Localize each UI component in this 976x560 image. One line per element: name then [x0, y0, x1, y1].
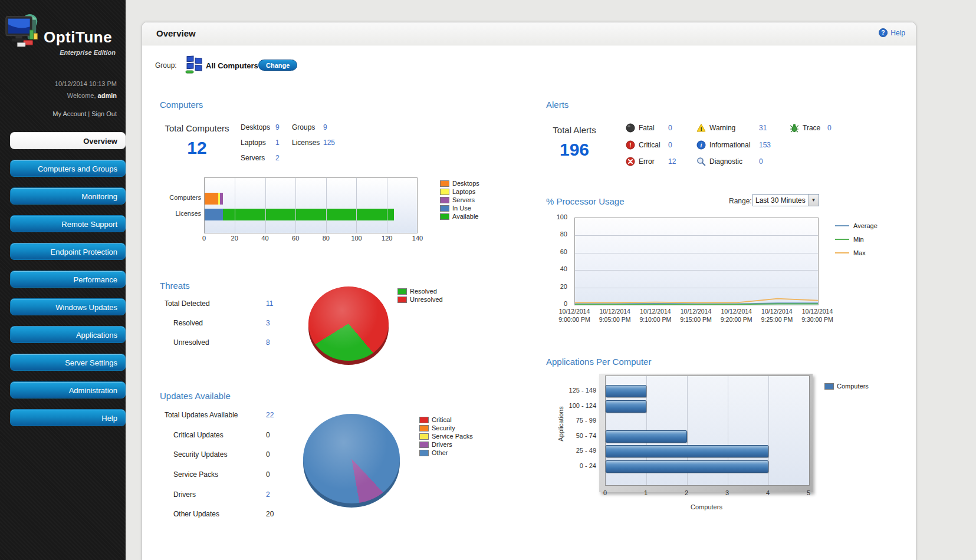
sidebar-item-server-settings[interactable]: Server Settings — [10, 354, 126, 371]
main-content-card: Overview ? Help Group: All Computers Cha… — [142, 22, 916, 560]
updates-total-value[interactable]: 22 — [266, 411, 274, 419]
error-icon — [626, 157, 635, 166]
computers-bar — [205, 193, 223, 205]
sidebar-item-remote-support[interactable]: Remote Support — [10, 215, 126, 232]
alert-error-value[interactable]: 12 — [668, 157, 676, 166]
legend-item: Drivers — [419, 440, 473, 449]
y-tick-label: 20 — [560, 283, 567, 290]
alert-informational-label: Informational — [709, 141, 750, 149]
group-icon — [185, 55, 203, 74]
stat-licenses-value[interactable]: 125 — [323, 139, 335, 147]
alert-informational-value[interactable]: 153 — [759, 141, 771, 149]
my-account-link[interactable]: My Account — [52, 110, 86, 117]
bar-50-74 — [606, 430, 687, 443]
nav-label: Monitoring — [11, 188, 125, 205]
optitune-logo-icon — [5, 13, 41, 48]
sidebar: OptiTune Enterprise Edition 10/12/2014 1… — [0, 0, 126, 560]
sidebar-item-endpoint-protection[interactable]: Endpoint Protection — [10, 243, 126, 260]
welcome-text: Welcome, admin — [0, 92, 117, 99]
page-header: Overview ? Help — [142, 22, 916, 45]
alerts-heading: Alerts — [546, 100, 568, 110]
help-link[interactable]: ? Help — [879, 28, 905, 37]
legend-item: Security — [419, 424, 473, 432]
sidebar-item-performance[interactable]: Performance — [10, 271, 126, 288]
page-title: Overview — [156, 28, 196, 38]
updates-legend: CriticalSecurityService PacksDriversOthe… — [419, 416, 473, 457]
updates-critical-value: 0 — [266, 431, 270, 439]
updates-total-label: Total Updates Available — [165, 411, 238, 419]
legend-item: Desktops — [440, 179, 479, 187]
threats-unresolved-value[interactable]: 8 — [266, 338, 270, 347]
threats-resolved-label: Resolved — [173, 319, 203, 327]
legend-label: Desktops — [452, 180, 479, 187]
processor-chart-yticks: 020406080100 — [552, 218, 571, 304]
x-tick-label: 4 — [759, 489, 777, 496]
bar-segment-servers — [220, 193, 223, 205]
alert-diagnostic-label: Diagnostic — [709, 157, 742, 166]
bar-0-24 — [606, 460, 768, 473]
updates-drivers-value[interactable]: 2 — [266, 490, 270, 499]
alert-diagnostic-value[interactable]: 0 — [759, 157, 763, 166]
sign-out-link[interactable]: Sign Out — [91, 110, 117, 117]
sidebar-item-administration[interactable]: Administration — [10, 381, 126, 398]
svg-text:i: i — [701, 142, 702, 149]
range-select[interactable]: Last 30 Minutes ▼ — [752, 194, 819, 206]
total-alerts-label: Total Alerts — [553, 125, 596, 135]
processor-chart-legend: AverageMinMax — [835, 219, 878, 259]
sidebar-item-computers-and-groups[interactable]: Computers and Groups — [10, 160, 126, 177]
total-computers: Total Computers 12 — [162, 123, 232, 158]
legend-item: Critical — [419, 416, 473, 424]
nav-label: Computers and Groups — [11, 160, 125, 177]
legend-item: Available — [440, 212, 479, 220]
bar-125-149 — [606, 385, 646, 397]
alert-critical-value[interactable]: 0 — [668, 141, 672, 149]
total-computers-value: 12 — [162, 138, 232, 158]
x-tick-label: 1 — [637, 489, 655, 496]
stat-servers-value[interactable]: 2 — [275, 154, 280, 162]
legend-label: Drivers — [432, 441, 452, 448]
gridline — [235, 178, 235, 233]
alert-trace-value[interactable]: 0 — [827, 124, 832, 132]
legend-swatch — [419, 433, 429, 440]
help-label: Help — [890, 29, 905, 37]
threats-total-value[interactable]: 11 — [266, 299, 273, 308]
threats-resolved-value[interactable]: 3 — [266, 319, 270, 327]
stat-laptops-label: Laptops — [241, 139, 266, 147]
legend-swatch — [440, 180, 449, 187]
processor-line-chart — [574, 218, 819, 305]
updates-heading: Updates Available — [160, 391, 231, 401]
username: admin — [98, 92, 117, 99]
y-tick-label: 60 — [560, 248, 567, 255]
nav-label: Remote Support — [11, 216, 125, 233]
account-links: My Account | Sign Out — [0, 110, 117, 117]
x-tick-label: 0 — [195, 235, 213, 242]
sidebar-item-windows-updates[interactable]: Windows Updates — [10, 298, 126, 315]
stat-desktops-value[interactable]: 9 — [275, 123, 280, 131]
change-group-button[interactable]: Change — [258, 60, 297, 71]
y-category-label: 100 - 124 — [569, 402, 596, 409]
gridline — [295, 178, 296, 233]
sidebar-item-overview[interactable]: Overview — [10, 132, 126, 149]
threats-heading: Threats — [160, 281, 190, 291]
gridline — [356, 178, 357, 233]
y-tick-label: 40 — [560, 265, 567, 272]
stat-groups-value[interactable]: 9 — [323, 123, 327, 131]
total-computers-label: Total Computers — [165, 123, 229, 133]
updates-servicepacks-label: Service Packs — [173, 470, 218, 479]
bar-100-124 — [606, 400, 646, 413]
nav-label: Server Settings — [11, 354, 125, 371]
threats-legend: ResolvedUnresolved — [397, 287, 443, 304]
legend-swatch — [419, 425, 429, 431]
alert-warning-label: Warning — [709, 124, 735, 132]
apps-bar-chart — [605, 375, 810, 486]
alert-warning-value[interactable]: 31 — [759, 124, 767, 132]
alert-fatal-value[interactable]: 0 — [668, 124, 672, 132]
sidebar-item-monitoring[interactable]: Monitoring — [10, 187, 126, 205]
updates-other-value: 20 — [266, 510, 274, 518]
stat-laptops-value[interactable]: 1 — [275, 139, 280, 147]
sidebar-item-applications[interactable]: Applications — [10, 326, 126, 343]
sidebar-item-help[interactable]: Help — [10, 409, 126, 426]
legend-label: Unresolved — [410, 296, 443, 303]
legend-item: Laptops — [440, 187, 479, 196]
legend-swatch — [419, 417, 429, 423]
